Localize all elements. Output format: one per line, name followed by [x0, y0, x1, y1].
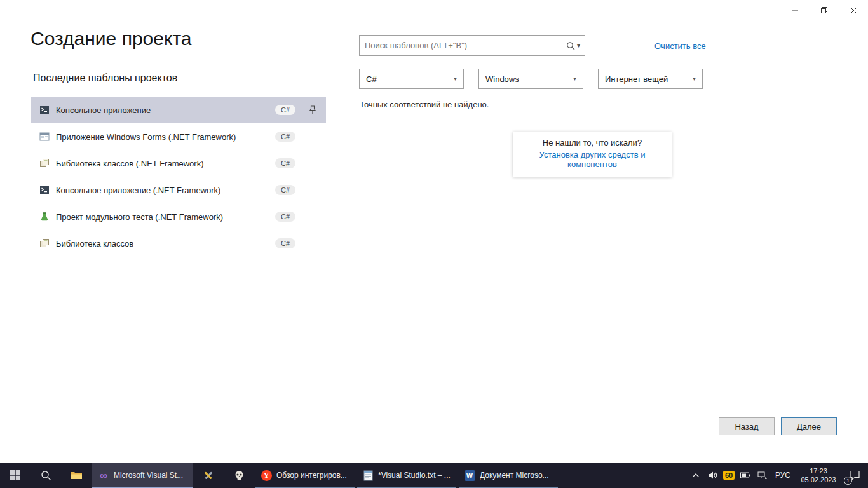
visual-studio-icon: ∞: [98, 470, 109, 481]
language-badge: C#: [275, 105, 295, 115]
chevron-down-icon: ▾: [693, 76, 696, 82]
screen: Создание проекта Последние шаблоны проек…: [0, 0, 868, 488]
not-found-card: Не нашли то, что искали? Установка други…: [513, 132, 672, 177]
taskbar-app-yandex-browser[interactable]: Y Обзор интегриров...: [254, 463, 356, 488]
recent-templates-heading: Последние шаблоны проектов: [33, 72, 326, 84]
install-tools-link[interactable]: Установка других средств и компонентов: [518, 150, 667, 169]
folder-icon: [70, 470, 83, 480]
chevron-down-icon: ▾: [573, 76, 576, 82]
console-app-icon: [39, 105, 50, 115]
results-divider: [359, 118, 823, 118]
close-icon: [850, 7, 857, 14]
language-filter-value: C#: [366, 74, 377, 84]
tray-overflow-button[interactable]: [688, 463, 704, 488]
start-button[interactable]: [0, 463, 31, 488]
template-label: Проект модульного теста (.NET Framework): [56, 212, 223, 222]
minimize-icon: [792, 7, 799, 14]
taskbar-search-button[interactable]: [31, 463, 61, 488]
recent-templates-pane: Последние шаблоны проектов Консольное пр…: [31, 72, 326, 257]
project-type-filter-dropdown[interactable]: Интернет вещей ▾: [598, 69, 703, 89]
no-match-message: Точных соответствий не найдено.: [360, 100, 489, 109]
taskbar-app-word[interactable]: W Документ Microso...: [458, 463, 559, 488]
language-filter-dropdown[interactable]: C# ▾: [359, 69, 464, 89]
template-row-class-library-netfw[interactable]: Библиотека классов (.NET Framework) C#: [31, 150, 326, 177]
battery-button[interactable]: [737, 463, 754, 488]
tools-app-button[interactable]: [193, 463, 224, 488]
yandex-browser-icon: Y: [261, 470, 272, 481]
tools-icon: [203, 470, 214, 481]
taskbar-app-label: *Visual Studio.txt – ...: [378, 471, 451, 480]
chevron-up-icon: [692, 473, 700, 478]
search-icon: [41, 470, 51, 481]
clear-all-link[interactable]: Очистить все: [654, 41, 706, 51]
template-label: Приложение Windows Forms (.NET Framework…: [56, 132, 236, 142]
battery-percent-value: 60: [723, 471, 735, 480]
windows-logo-icon: [10, 470, 20, 480]
language-badge: C#: [275, 158, 295, 168]
filter-bar: C# ▾ Windows ▾ Интернет вещей ▾: [359, 69, 703, 89]
platform-filter-dropdown[interactable]: Windows ▾: [478, 69, 583, 89]
pin-icon: [309, 105, 316, 114]
notification-badge: 1: [844, 477, 852, 485]
search-input[interactable]: [360, 36, 566, 55]
language-badge: C#: [275, 185, 295, 195]
class-library-icon: [39, 158, 50, 168]
taskbar-app-label: Microsoft Visual St...: [114, 471, 187, 480]
chevron-down-icon: ▾: [577, 43, 580, 49]
create-project-window: Создание проекта Последние шаблоны проек…: [0, 0, 868, 463]
taskbar-app-label: Документ Microso...: [480, 471, 553, 480]
taskbar: ∞ Microsoft Visual St... Y Обзор интегри…: [0, 463, 868, 488]
clock[interactable]: 17:23 05.02.2023: [796, 466, 841, 485]
template-label: Библиотека классов: [56, 239, 133, 248]
chevron-down-icon: ▾: [454, 76, 457, 82]
template-row-winforms-app[interactable]: Приложение Windows Forms (.NET Framework…: [31, 123, 326, 150]
clock-date: 05.02.2023: [796, 475, 841, 484]
taskbar-app-visual-studio[interactable]: ∞ Microsoft Visual St...: [92, 463, 193, 488]
system-tray: 60 РУС 17:23 05.02.2023 1: [688, 463, 868, 488]
notepad-icon: [362, 470, 374, 481]
taskbar-app-label: Обзор интегриров...: [276, 471, 349, 480]
template-search-box[interactable]: ▾: [359, 35, 585, 56]
winforms-icon: [39, 132, 50, 142]
skull-icon: [234, 470, 245, 481]
language-badge: C#: [275, 132, 295, 142]
network-button[interactable]: [754, 463, 770, 488]
platform-filter-value: Windows: [485, 74, 519, 84]
wizard-footer: Назад Далее: [719, 417, 837, 435]
action-center-button[interactable]: 1: [841, 463, 868, 488]
search-icon: [566, 41, 575, 50]
not-found-question: Не нашли то, что искали?: [518, 138, 667, 147]
volume-button[interactable]: [704, 463, 721, 488]
template-list: Консольное приложение C# Приложение Wind…: [31, 97, 326, 257]
template-label: Библиотека классов (.NET Framework): [56, 159, 204, 168]
template-row-class-library[interactable]: Библиотека классов C#: [31, 230, 326, 257]
next-button[interactable]: Далее: [781, 417, 837, 435]
language-indicator[interactable]: РУС: [770, 471, 796, 480]
skull-app-button[interactable]: [224, 463, 254, 488]
class-library-icon: [39, 238, 50, 248]
clock-time: 17:23: [796, 466, 841, 475]
page-title: Создание проекта: [31, 28, 192, 50]
taskbar-app-notepad[interactable]: *Visual Studio.txt – ...: [356, 463, 458, 488]
console-app-icon: [39, 185, 50, 195]
back-button[interactable]: Назад: [719, 417, 775, 435]
battery-percent-badge[interactable]: 60: [721, 463, 737, 488]
close-button[interactable]: [839, 0, 868, 20]
file-explorer-button[interactable]: [61, 463, 92, 488]
restore-button[interactable]: [810, 0, 839, 20]
network-icon: [757, 471, 767, 480]
speaker-icon: [708, 471, 717, 480]
template-row-console-app-netfw[interactable]: Консольное приложение (.NET Framework) C…: [31, 177, 326, 203]
word-icon: W: [464, 470, 475, 481]
search-icon-group[interactable]: ▾: [566, 41, 585, 50]
battery-icon: [740, 472, 750, 478]
unit-test-icon: [39, 212, 50, 222]
minimize-button[interactable]: [780, 0, 810, 20]
template-label: Консольное приложение: [56, 105, 151, 115]
template-row-console-app[interactable]: Консольное приложение C#: [31, 97, 326, 123]
window-controls: [780, 0, 868, 20]
pin-button[interactable]: [302, 105, 323, 114]
restore-icon: [820, 6, 828, 14]
template-row-unit-test-netfw[interactable]: Проект модульного теста (.NET Framework)…: [31, 203, 326, 230]
project-type-filter-value: Интернет вещей: [605, 74, 668, 84]
